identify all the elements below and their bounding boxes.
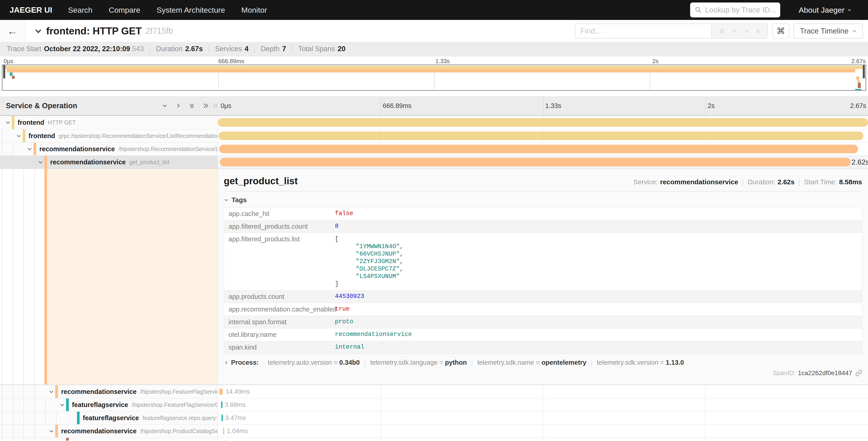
expand-one-icon[interactable]: [175, 102, 182, 109]
column-splitter-handle[interactable]: [214, 104, 217, 108]
about-jaeger-menu[interactable]: About Jaeger: [799, 6, 852, 14]
detail-duration: Duration:2.62s: [743, 178, 795, 186]
detail-service: Service:recommendationservice: [633, 178, 738, 186]
minimap-span-bar: [10, 72, 12, 76]
span-operation: /hipstershop.ProductCatalogSer...: [140, 428, 218, 435]
span-duration-label: 1.04ms: [227, 428, 248, 435]
process-section-toggle[interactable]: Process: telemetry.auto.version=0.34b0 t…: [224, 359, 862, 366]
next-result-icon[interactable]: [744, 28, 750, 34]
focus-icon[interactable]: [719, 28, 725, 34]
service-color-bar: [23, 129, 25, 142]
prev-result-icon[interactable]: [731, 28, 738, 34]
top-nav: JAEGER UI Search Compare System Architec…: [0, 0, 868, 20]
span-service: featureflagservice: [72, 401, 128, 409]
link-icon[interactable]: [855, 370, 862, 377]
trace-title: frontend: HTTP GET: [46, 25, 142, 37]
span-row-get-product-list[interactable]: recommendationservice get_product_list 2…: [0, 155, 868, 169]
span-service: recommendationservice: [61, 428, 137, 435]
span-duration-bar[interactable]: [220, 158, 850, 167]
expand-all-icon[interactable]: [202, 102, 209, 109]
chevron-down-icon[interactable]: [5, 120, 11, 125]
timeline-header: Service & Operation 0μs 666.89ms 1.33s 2…: [0, 96, 868, 116]
minimap-span-bar: [857, 80, 860, 83]
service-color-bar: [55, 385, 58, 398]
span-duration-bar[interactable]: [219, 145, 858, 153]
back-button[interactable]: ←: [0, 20, 25, 42]
chevron-down-icon[interactable]: [59, 402, 65, 408]
service-operation-header: Service & Operation: [0, 96, 218, 115]
span-duration-bar[interactable]: [219, 131, 864, 140]
span-row-frontend-http-get[interactable]: frontend HTTP GET: [0, 116, 868, 129]
span-row-featureflagservice[interactable]: featureflagservice /hipstershop.FeatureF…: [0, 398, 868, 411]
find-box: ×: [575, 24, 768, 38]
trace-lookup-input[interactable]: [705, 6, 776, 14]
span-duration-bar[interactable]: [218, 118, 868, 127]
tag-row: app.recommendation.cache_enabled true: [224, 303, 862, 316]
span-row-recommendation-list[interactable]: recommendationservice /hipstershop.Recom…: [0, 142, 868, 155]
trace-start: Trace Start October 22 2022, 22:10:09 .5…: [7, 45, 144, 53]
tag-row: app.products.count 44530923: [224, 290, 862, 303]
tag-row: otel.library.name recommendationservice: [224, 328, 862, 341]
chevron-down-icon[interactable]: [49, 389, 54, 394]
tag-row: app.filtered_products.count 8: [224, 220, 862, 233]
span-row-featureflag-call[interactable]: recommendationservice /hipstershop.Featu…: [0, 385, 868, 398]
span-duration-bar[interactable]: [224, 440, 225, 441]
minimap-span-bar: [858, 83, 861, 88]
chevron-down-icon: [224, 198, 229, 202]
ruler-gridline: [380, 96, 381, 115]
span-duration-bar[interactable]: [221, 401, 222, 408]
trace-summary-bar: Trace Start October 22 2022, 22:10:09 .5…: [0, 42, 868, 56]
minimap-canvas[interactable]: [2, 64, 866, 91]
nav-item-system-architecture[interactable]: System Architecture: [157, 6, 225, 14]
nav-item-compare[interactable]: Compare: [108, 6, 140, 14]
chevron-down-icon[interactable]: [16, 133, 22, 139]
span-row-featureflag-repo-query[interactable]: featureflagservice featureflagservice.re…: [0, 411, 868, 424]
minimap-left-scrubber[interactable]: [3, 65, 5, 78]
span-row-productcatalog-call[interactable]: recommendationservice /hipstershop.Produ…: [0, 424, 868, 437]
nav-item-monitor[interactable]: Monitor: [242, 6, 267, 14]
tags-table: app.cache_hit false app.filtered_product…: [224, 207, 862, 354]
keyboard-shortcuts-button[interactable]: ⌘: [772, 24, 789, 38]
span-row-frontend-grpc[interactable]: frontend grpc.hipstershop.Recommendation…: [0, 129, 868, 142]
span-operation: /hipstershop.RecommendationService/Lis..…: [119, 146, 218, 152]
service-color-bar: [44, 156, 47, 169]
process-tag: telemetry.auto.version=0.34b0: [263, 359, 365, 366]
service-color-strip: [44, 169, 47, 384]
collapse-trace-chevron-icon[interactable]: [34, 27, 42, 35]
trace-id: 2f715fb: [146, 26, 173, 36]
minimap-span-bar: [856, 77, 860, 80]
span-duration-label: 2.62s: [851, 158, 868, 167]
trace-depth: Depth 7: [254, 45, 286, 53]
collapse-all-icon[interactable]: [188, 102, 195, 109]
span-detail-row: get_product_list Service:recommendations…: [0, 169, 868, 385]
brand[interactable]: JAEGER UI: [9, 5, 52, 14]
minimap-span-bar: [855, 89, 862, 90]
tag-list-value: [ "1YMWWN1N4O", "66VCHSJNUP", "2ZYFJ3GM2…: [335, 235, 403, 288]
nav-item-search[interactable]: Search: [68, 6, 93, 14]
span-duration-bar[interactable]: [219, 388, 223, 395]
span-duration-label: 3.68ms: [225, 401, 246, 408]
span-service: recommendationservice: [50, 158, 126, 166]
chevron-right-icon: [224, 360, 228, 365]
span-service: frontend: [29, 132, 55, 140]
minimap-span-bar: [12, 76, 15, 79]
span-detail-title: get_product_list: [224, 176, 298, 186]
span-row-partial[interactable]: [0, 437, 868, 441]
trace-services: Services 4: [209, 45, 248, 53]
span-detail-panel: get_product_list Service:recommendations…: [218, 169, 868, 384]
minimap-right-scrubber[interactable]: [863, 65, 865, 78]
tags-section-toggle[interactable]: Tags: [224, 196, 862, 204]
chevron-down-icon[interactable]: [49, 428, 54, 434]
chevron-down-icon[interactable]: [27, 146, 33, 152]
trace-lookup-box[interactable]: [690, 2, 780, 18]
span-duration-bar[interactable]: [221, 414, 223, 421]
trace-duration: Duration 2.67s: [150, 45, 203, 53]
span-duration-bar[interactable]: [223, 428, 224, 435]
service-color-bar: [66, 399, 69, 411]
collapse-one-icon[interactable]: [161, 102, 168, 109]
find-input[interactable]: [576, 24, 711, 38]
service-color-bar: [33, 143, 36, 155]
clear-find-icon[interactable]: ×: [756, 27, 760, 35]
chevron-down-icon[interactable]: [37, 159, 43, 165]
trace-view-selector[interactable]: Trace Timeline: [794, 24, 863, 38]
